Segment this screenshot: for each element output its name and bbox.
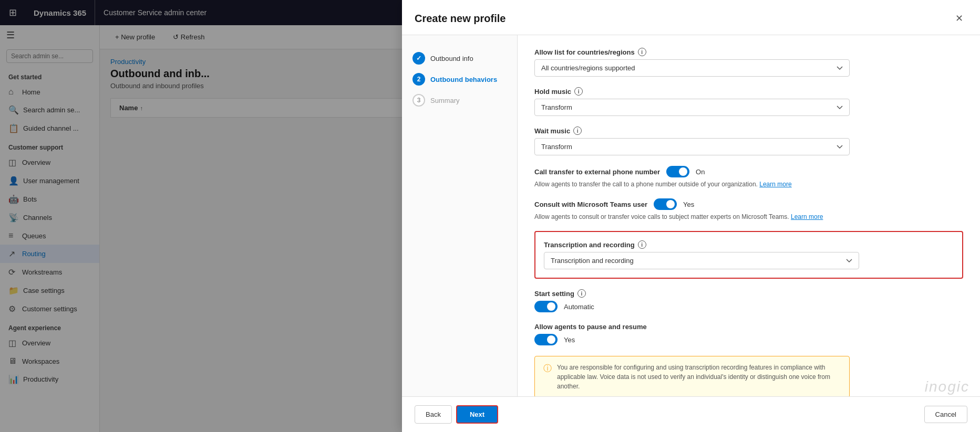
call-transfer-label: Call transfer to external phone number — [534, 168, 660, 176]
steps-panel: ✓ Outbound info 2 Outbound behaviors 3 S… — [402, 35, 518, 396]
modal-header: Create new profile ✕ — [402, 0, 980, 35]
warning-text: You are responsible for configuring and … — [557, 363, 841, 391]
start-setting-label: Start setting i — [534, 289, 963, 298]
warning-icon: ⓘ — [543, 363, 552, 391]
step-outbound-behaviors[interactable]: 2 Outbound behaviors — [410, 69, 509, 90]
modal-panel: Create new profile ✕ ✓ Outbound info 2 O… — [402, 0, 980, 432]
call-transfer-track — [666, 166, 689, 177]
modal-overlay: Create new profile ✕ ✓ Outbound info 2 O… — [0, 0, 980, 432]
wait-music-label: Wait music i — [534, 127, 963, 135]
allow-pause-row: Yes — [534, 334, 963, 345]
allow-pause-toggle[interactable] — [534, 334, 558, 345]
next-button[interactable]: Next — [456, 405, 498, 424]
allow-list-info-icon[interactable]: i — [638, 48, 646, 56]
wait-music-select[interactable]: Transform None Custom — [534, 138, 850, 155]
allow-pause-track — [534, 334, 558, 345]
call-transfer-row: Call transfer to external phone number O… — [534, 166, 963, 177]
hold-music-label: Hold music i — [534, 87, 963, 96]
consult-link[interactable]: Learn more — [791, 213, 823, 220]
step-circle-3: 3 — [412, 94, 425, 107]
consult-row: Consult with Microsoft Teams user Yes — [534, 198, 963, 210]
consult-group: Consult with Microsoft Teams user Yes Al… — [534, 198, 963, 220]
start-setting-track — [534, 301, 558, 312]
call-transfer-toggle[interactable] — [666, 166, 689, 177]
consult-track — [654, 198, 677, 210]
allow-pause-label: Allow agents to pause and resume — [534, 323, 963, 331]
transcription-section: Transcription and recording i Transcript… — [534, 231, 963, 279]
step-outbound-info[interactable]: ✓ Outbound info — [410, 48, 509, 69]
hold-music-select[interactable]: Transform None Custom — [534, 99, 850, 116]
modal-title: Create new profile — [415, 13, 506, 25]
start-setting-group: Start setting i Automatic — [534, 289, 963, 312]
allow-list-group: Allow list for countries/regions i All c… — [534, 48, 963, 77]
modal-footer: Back Next Cancel — [402, 396, 980, 432]
form-content: Allow list for countries/regions i All c… — [518, 35, 980, 396]
warning-box: ⓘ You are responsible for configuring an… — [534, 356, 850, 396]
consult-label: Consult with Microsoft Teams user — [534, 201, 647, 208]
call-transfer-link[interactable]: Learn more — [759, 181, 791, 188]
consult-desc: Allow agents to consult or transfer voic… — [534, 213, 839, 220]
transcription-label: Transcription and recording i — [544, 240, 954, 249]
allow-pause-group: Allow agents to pause and resume Yes — [534, 323, 963, 345]
wait-music-info-icon[interactable]: i — [573, 127, 582, 135]
start-setting-toggle[interactable] — [534, 301, 558, 312]
modal-body: ✓ Outbound info 2 Outbound behaviors 3 S… — [402, 35, 980, 396]
back-button[interactable]: Back — [415, 405, 452, 424]
transcription-select[interactable]: Transcription and recording Transcriptio… — [544, 252, 859, 269]
consult-toggle[interactable] — [654, 198, 677, 210]
step-label-1: Outbound info — [430, 55, 473, 62]
start-setting-info-icon[interactable]: i — [577, 289, 586, 298]
transcription-info-icon[interactable]: i — [638, 240, 646, 249]
call-transfer-group: Call transfer to external phone number O… — [534, 166, 963, 188]
step-circle-2: 2 — [412, 73, 425, 86]
hold-music-group: Hold music i Transform None Custom — [534, 87, 963, 116]
allow-pause-thumb — [547, 335, 555, 344]
start-setting-thumb — [547, 302, 555, 311]
hold-music-info-icon[interactable]: i — [574, 87, 583, 96]
cancel-button[interactable]: Cancel — [924, 406, 967, 423]
allow-list-select[interactable]: All countries/regions supported Custom — [534, 59, 850, 77]
consult-state: Yes — [683, 201, 694, 208]
wait-music-group: Wait music i Transform None Custom — [534, 127, 963, 155]
step-summary[interactable]: 3 Summary — [410, 90, 509, 111]
modal-close-button[interactable]: ✕ — [951, 10, 967, 26]
call-transfer-state: On — [696, 168, 705, 176]
footer-left: Back Next — [415, 405, 498, 424]
start-setting-row: Automatic — [534, 301, 963, 312]
start-setting-auto: Automatic — [564, 303, 594, 311]
step-label-2: Outbound behaviors — [430, 76, 497, 83]
allow-list-label: Allow list for countries/regions i — [534, 48, 963, 56]
step-circle-1: ✓ — [412, 52, 425, 65]
allow-pause-state: Yes — [564, 336, 575, 344]
step-label-3: Summary — [430, 97, 460, 104]
call-transfer-desc: Allow agents to transfer the call to a p… — [534, 181, 839, 188]
call-transfer-thumb — [679, 167, 687, 176]
consult-thumb — [666, 200, 675, 208]
